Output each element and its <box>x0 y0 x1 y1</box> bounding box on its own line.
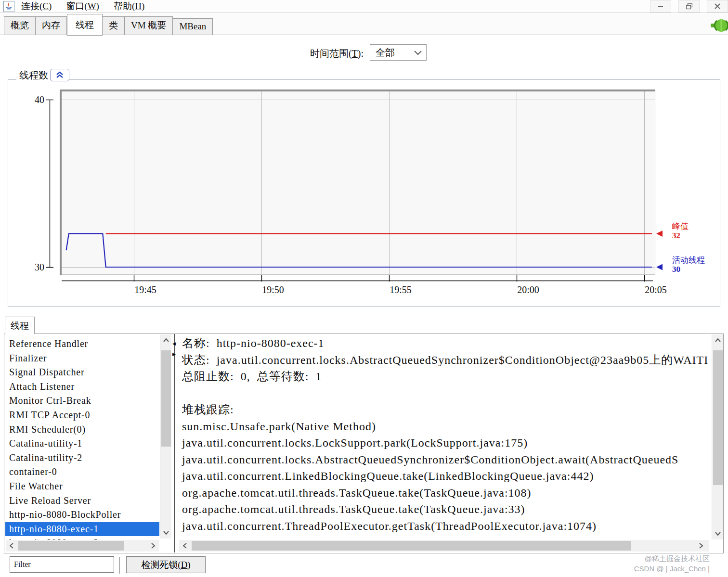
stack-trace-line: org.apache.tomcat.util.threads.TaskQueue… <box>179 501 711 518</box>
splitter-collapse-right-icon[interactable]: ▶ <box>172 352 176 357</box>
thread-list-item[interactable]: RMI Scheduler(0) <box>5 423 159 437</box>
state-label: 状态: <box>182 354 210 366</box>
menu-item[interactable]: 窗口(W) <box>66 0 99 13</box>
thread-list-item[interactable]: http-nio-8080-exec-1 <box>5 522 159 537</box>
thread-list-item[interactable]: Attach Listener <box>5 380 159 394</box>
waited-label: 总等待数: <box>257 370 309 383</box>
stack-trace-line: org.apache.tomcat.util.threads.TaskQueue… <box>179 485 711 501</box>
scroll-right-icon[interactable] <box>695 540 707 551</box>
stack-trace-line: java.util.concurrent.locks.AbstractQueue… <box>179 451 711 468</box>
stack-trace-line: sun.misc.Unsafe.park(Native Method) <box>179 418 711 435</box>
menu-items: 连接(C)窗口(W)帮助(H) <box>21 0 144 13</box>
watermark: @稀土掘金技术社区 CSDN @ | Jack_Chen | <box>634 553 710 574</box>
thread-list: Reference HandlerFinalizerSignal Dispatc… <box>5 335 159 540</box>
scroll-right-icon[interactable] <box>147 540 159 551</box>
stack-trace-header: 堆栈跟踪: <box>179 401 711 418</box>
thread-list-item[interactable]: http-nio-8080-BlockPoller <box>5 508 159 522</box>
thread-list-item[interactable]: Reference Handler <box>5 337 159 351</box>
thread-list-item[interactable]: RMI TCP Accept-0 <box>5 408 159 423</box>
chevron-down-icon <box>414 51 422 55</box>
blocked-label: 总阻止数: <box>182 370 234 383</box>
hscroll-thumb[interactable] <box>18 541 124 551</box>
blocked-value: 0, <box>241 370 250 383</box>
footer-divider <box>119 557 120 574</box>
stack-trace-line: java.util.concurrent.LinkedBlockingQueue… <box>179 468 711 485</box>
detect-deadlock-button[interactable]: 检测死锁(D) <box>126 556 206 573</box>
tab-内存[interactable]: 内存 <box>36 16 67 35</box>
java-logo-icon <box>3 1 14 12</box>
main-tabs: 概览内存线程类VM 概要MBean <box>4 13 213 35</box>
thread-list-item[interactable]: Finalizer <box>5 351 159 366</box>
blank-line <box>179 385 711 402</box>
watermark-line2: CSDN @ | Jack_Chen | <box>634 564 710 574</box>
thread-detail-pane: 名称: http-nio-8080-exec-1 状态: java.util.c… <box>179 335 711 540</box>
state-value: java.util.concurrent.locks.AbstractQueue… <box>217 354 709 366</box>
stack-trace-lines: sun.misc.Unsafe.park(Native Method)java.… <box>179 418 711 535</box>
vscroll-thumb[interactable] <box>713 350 723 485</box>
threads-tab[interactable]: 线程 <box>5 317 35 334</box>
watermark-line1: @稀土掘金技术社区 <box>634 553 710 564</box>
stack-trace-line: java.util.concurrent.ThreadPoolExecutor.… <box>179 518 711 535</box>
restore-button[interactable] <box>678 0 700 13</box>
split-pane-divider[interactable]: ◀ ▶ <box>174 334 175 552</box>
menu-item[interactable]: 连接(C) <box>21 0 52 13</box>
thread-list-item[interactable]: Catalina-utility-2 <box>5 451 159 465</box>
vscroll-thumb[interactable] <box>161 350 171 447</box>
scroll-down-icon[interactable] <box>712 528 724 539</box>
time-range-label: 时间范围(T): <box>310 47 364 60</box>
filter-input[interactable] <box>10 556 114 573</box>
scroll-left-icon[interactable] <box>179 540 191 551</box>
menu-bar: 连接(C)窗口(W)帮助(H) <box>0 0 728 13</box>
name-value: http-nio-8080-exec-1 <box>217 337 325 349</box>
main-tab-bar: 概览内存线程类VM 概要MBean <box>0 13 728 35</box>
tab-MBean[interactable]: MBean <box>173 18 213 35</box>
menu-item[interactable]: 帮助(H) <box>114 0 144 13</box>
tab-线程[interactable]: 线程 <box>67 14 103 36</box>
connection-status-icon <box>711 18 728 35</box>
hscroll-thumb[interactable] <box>192 541 631 551</box>
thread-list-item[interactable]: Signal Dispatcher <box>5 365 159 380</box>
waited-value: 1 <box>315 370 322 383</box>
detail-vscrollbar[interactable] <box>712 334 723 539</box>
thread-name-line: 名称: http-nio-8080-exec-1 <box>179 335 711 352</box>
close-button[interactable] <box>707 0 728 13</box>
minimize-button[interactable] <box>650 0 671 13</box>
jconsole-window: { "window": { "menus": [ {"pre":"连接(","m… <box>0 0 728 577</box>
tab-VM 概要[interactable]: VM 概要 <box>125 16 173 35</box>
collapse-chart-button[interactable] <box>50 69 69 81</box>
thread-list-hscrollbar[interactable] <box>6 540 159 551</box>
stack-trace-line: java.util.concurrent.locks.LockSupport.p… <box>179 435 711 451</box>
time-range-select[interactable]: 全部 <box>370 44 427 61</box>
scroll-down-icon[interactable] <box>160 527 172 539</box>
splitter-collapse-left-icon[interactable]: ◀ <box>172 342 176 346</box>
tab-概览[interactable]: 概览 <box>4 16 36 35</box>
thread-count-title: 线程数 <box>16 69 51 82</box>
thread-list-item[interactable]: Catalina-utility-1 <box>5 436 159 451</box>
time-range-value: 全部 <box>376 46 395 59</box>
thread-list-vscrollbar[interactable] <box>160 334 171 539</box>
thread-count-groupbox <box>8 79 720 307</box>
time-range-row: 时间范围(T): 全部 <box>0 44 728 64</box>
scroll-up-icon[interactable] <box>160 334 172 346</box>
window-controls <box>643 0 728 13</box>
thread-list-item[interactable]: Monitor Ctrl-Break <box>5 394 159 408</box>
thread-list-item[interactable]: Live Reload Server <box>5 494 159 508</box>
tab-类[interactable]: 类 <box>103 16 125 35</box>
thread-list-item[interactable]: File Watcher <box>5 479 159 494</box>
scroll-left-icon[interactable] <box>6 540 17 551</box>
thread-list-item[interactable]: container-0 <box>5 465 159 479</box>
scroll-up-icon[interactable] <box>712 334 724 346</box>
thread-list-item[interactable]: http-nio-8080-exec-2 <box>5 536 159 540</box>
double-chevron-up-icon <box>56 71 64 79</box>
thread-state-line: 状态: java.util.concurrent.locks.AbstractQ… <box>179 352 711 369</box>
detail-hscrollbar[interactable] <box>179 540 709 551</box>
name-label: 名称: <box>182 337 210 349</box>
thread-counts-line: 总阻止数: 0, 总等待数: 1 <box>179 368 711 385</box>
